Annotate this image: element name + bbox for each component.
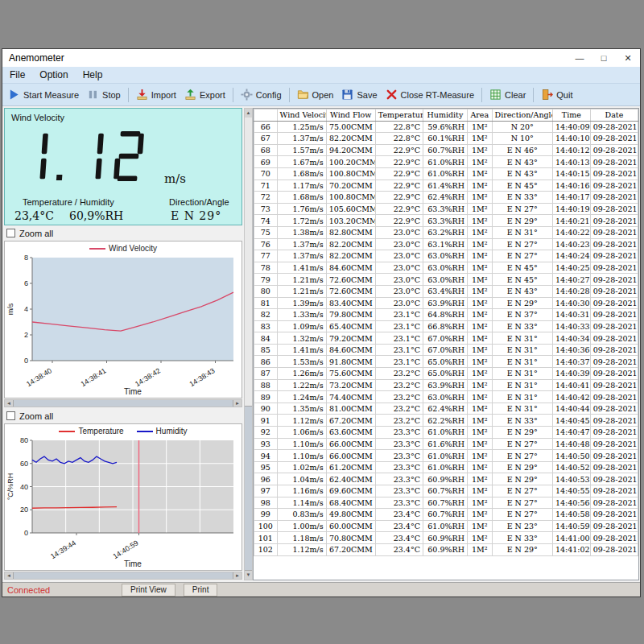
table-row[interactable]: 711.17m/s70.20CMM22.9°C61.4%RH1M²E N 45°… <box>254 180 638 192</box>
table-row[interactable]: 771.37m/s82.20CMM23.0°C63.0%RH1M²E N 27°… <box>254 250 638 262</box>
scroll-right-icon[interactable]: ► <box>233 572 242 579</box>
table-cell: 82.20CMM <box>326 238 375 250</box>
table-row[interactable]: 831.09m/s65.40CMM23.1°C66.8%RH1M²E N 33°… <box>254 320 638 332</box>
table-cell: 75 <box>254 226 278 238</box>
scroll-down-icon[interactable]: ▼ <box>245 571 252 580</box>
scroll-up-icon[interactable]: ▲ <box>245 109 252 118</box>
minimize-button[interactable]: — <box>568 49 592 67</box>
table-cell: 09-28-2021 <box>590 368 638 380</box>
table-row[interactable]: 941.10m/s66.00CMM23.3°C61.0%RH1M²E N 27°… <box>254 450 638 462</box>
table-row[interactable]: 990.83m/s49.80CMM23.4°C60.7%RH1M²E N 27°… <box>254 509 638 521</box>
scrollbar-thumb[interactable] <box>13 400 233 407</box>
scroll-right-icon[interactable]: ► <box>233 400 242 407</box>
open-button[interactable]: Open <box>293 87 338 102</box>
menu-file[interactable]: File <box>2 69 32 80</box>
temp-humidity-chart[interactable]: TemperatureHumidity 020406080°C/%RH14:39… <box>4 423 242 571</box>
table-row[interactable]: 891.24m/s74.40CMM23.2°C63.0%RH1M²E N 31°… <box>254 391 638 403</box>
chart1-hscrollbar[interactable]: ◄ ► <box>4 399 242 407</box>
table-row[interactable]: 841.32m/s79.20CMM23.1°C67.0%RH1M²E N 31°… <box>254 332 638 345</box>
table-row[interactable]: 851.41m/s84.60CMM23.1°C67.0%RH1M²E N 31°… <box>254 344 638 356</box>
table-row[interactable]: 671.37m/s82.20CMM22.8°C60.1%RH1M²N 10°14… <box>254 133 638 145</box>
table-row[interactable]: 961.04m/s62.40CMM23.3°C60.9%RH1M²E N 29°… <box>254 473 638 485</box>
table-row[interactable]: 731.76m/s105.60CMM22.9°C63.3%RH1M²E N 27… <box>254 203 638 215</box>
table-row[interactable]: 741.72m/s103.20CMM22.9°C63.3%RH1M²E N 29… <box>254 215 638 227</box>
table-row[interactable]: 811.39m/s83.40CMM23.0°C63.9%RH1M²E N 29°… <box>254 297 638 309</box>
table-cell: 60.7%RH <box>423 509 467 521</box>
start-measure-button[interactable]: Start Measure <box>4 87 83 102</box>
table-cell: 1M² <box>467 332 492 345</box>
table-row[interactable]: 801.21m/s72.60CMM23.0°C63.4%RH1M²E N 43°… <box>254 285 638 297</box>
toolbar-separator <box>128 88 129 102</box>
menu-help[interactable]: Help <box>76 69 110 80</box>
table-cell: 14:40:56 <box>552 497 590 509</box>
scroll-left-icon[interactable]: ◄ <box>5 572 13 579</box>
table-row[interactable]: 861.53m/s91.80CMM23.1°C65.0%RH1M²E N 31°… <box>254 356 638 368</box>
table-row[interactable]: 1011.18m/s70.80CMM23.4°C60.9%RH1M²E N 33… <box>254 532 638 544</box>
save-button[interactable]: Save <box>337 87 381 102</box>
zoom-all-checkbox-2[interactable] <box>6 411 15 420</box>
table-row[interactable]: 681.57m/s94.20CMM22.9°C60.7%RH1M²E N 46°… <box>254 144 638 156</box>
table-row[interactable]: 701.68m/s100.80CMM22.9°C61.0%RH1M²E N 43… <box>254 167 638 180</box>
table-cell: 09-28-2021 <box>590 121 638 133</box>
table-row[interactable]: 951.02m/s61.20CMM23.3°C61.0%RH1M²E N 29°… <box>254 461 638 473</box>
import-button[interactable]: Import <box>132 87 180 102</box>
close-rt-measure-button[interactable]: Close RT-Measure <box>382 87 479 102</box>
table-row[interactable]: 881.22m/s73.20CMM23.2°C63.9%RH1M²E N 31°… <box>254 379 638 391</box>
quit-button[interactable]: Quit <box>537 87 576 102</box>
table-row[interactable]: 691.67m/s100.20CMM22.9°C61.0%RH1M²E N 43… <box>254 156 638 168</box>
table-row[interactable]: 751.38m/s82.80CMM23.0°C63.2%RH1M²E N 31°… <box>254 226 638 238</box>
table-row[interactable]: 781.41m/s84.60CMM23.0°C63.0%RH1M²E N 45°… <box>254 262 638 274</box>
table-row[interactable]: 661.25m/s75.00CMM22.8°C59.6%RH1M²N 20°14… <box>254 121 638 133</box>
table-cell: N 10° <box>492 133 552 145</box>
table-cell: 96 <box>254 473 278 485</box>
wind-velocity-chart[interactable]: Wind Velocity 02468m/s14:38:4014:38:4114… <box>4 241 242 398</box>
title-bar[interactable]: Anemometer — □ ✕ <box>2 49 640 67</box>
table-row[interactable]: 761.37m/s82.20CMM23.0°C63.1%RH1M²E N 27°… <box>254 238 638 250</box>
menu-option[interactable]: Option <box>32 69 75 80</box>
table-row[interactable]: 1021.12m/s67.20CMM23.4°C60.9%RH1M²E N 29… <box>254 543 638 555</box>
table-row[interactable]: 821.33m/s79.80CMM23.1°C64.8%RH1M²E N 37°… <box>254 309 638 321</box>
print-view-button[interactable]: Print View <box>122 584 175 597</box>
table-cell: 1M² <box>467 167 492 180</box>
table-cell: E N 27° <box>492 438 552 450</box>
table-row[interactable]: 931.10m/s66.00CMM23.3°C61.6%RH1M²E N 27°… <box>254 438 638 450</box>
print-button[interactable]: Print <box>184 584 218 597</box>
scroll-left-icon[interactable]: ◄ <box>5 400 13 407</box>
clear-button[interactable]: Clear <box>485 87 530 102</box>
table-row[interactable]: 921.06m/s63.60CMM23.3°C61.0%RH1M²E N 29°… <box>254 427 638 439</box>
scrollbar-thumb[interactable] <box>13 572 233 579</box>
col-header-humidity: Humidity <box>423 109 467 122</box>
toolbar-button-label: Clear <box>505 90 526 100</box>
table-row[interactable]: 871.26m/s75.60CMM23.2°C65.0%RH1M²E N 31°… <box>254 368 638 380</box>
table-cell: 14:40:21 <box>552 215 590 227</box>
table-cell: 60.9%RH <box>423 473 467 485</box>
table-cell: 14:40:52 <box>552 461 590 473</box>
table-cell: 23.3°C <box>375 438 423 450</box>
table-row[interactable]: 1001.00m/s60.00CMM23.4°C61.0%RH1M²E N 23… <box>254 520 638 532</box>
table-cell: E N 27° <box>492 250 552 262</box>
close-button[interactable]: ✕ <box>616 49 640 67</box>
table-cell: 81.00CMM <box>326 402 375 415</box>
svg-text:60: 60 <box>20 460 28 468</box>
table-row[interactable]: 721.68m/s100.80CMM22.9°C62.4%RH1M²E N 33… <box>254 192 638 204</box>
svg-text:8: 8 <box>24 254 28 262</box>
table-cell: 14:40:23 <box>552 238 590 250</box>
table-row[interactable]: 971.16m/s69.60CMM23.3°C60.7%RH1M²E N 27°… <box>254 485 638 497</box>
stop-button[interactable]: Stop <box>83 87 125 102</box>
table-cell: 1.21m/s <box>277 274 326 286</box>
table-cell: 1.53m/s <box>277 356 326 368</box>
table-row[interactable]: 901.35m/s81.00CMM23.2°C62.4%RH1M²E N 31°… <box>254 402 638 415</box>
table-row[interactable]: 981.14m/s68.40CMM23.3°C60.7%RH1M²E N 27°… <box>254 497 638 509</box>
maximize-button[interactable]: □ <box>592 49 616 67</box>
scrollbar-track[interactable] <box>245 118 252 571</box>
export-button[interactable]: Export <box>180 87 229 102</box>
config-button[interactable]: Config <box>237 87 286 102</box>
table-row[interactable]: 791.21m/s72.60CMM23.0°C63.0%RH1M²E N 45°… <box>254 274 638 286</box>
table-cell: 09-28-2021 <box>590 497 638 509</box>
chart2-hscrollbar[interactable]: ◄ ► <box>4 572 242 580</box>
table-row[interactable]: 911.12m/s67.20CMM23.2°C62.2%RH1M²E N 33°… <box>254 415 638 427</box>
zoom-all-checkbox-1[interactable] <box>6 229 15 237</box>
table-cell: 23.0°C <box>375 274 423 286</box>
scrollbar-thumb[interactable] <box>245 406 252 571</box>
table-vscrollbar[interactable]: ▲ ▼ <box>244 108 253 580</box>
